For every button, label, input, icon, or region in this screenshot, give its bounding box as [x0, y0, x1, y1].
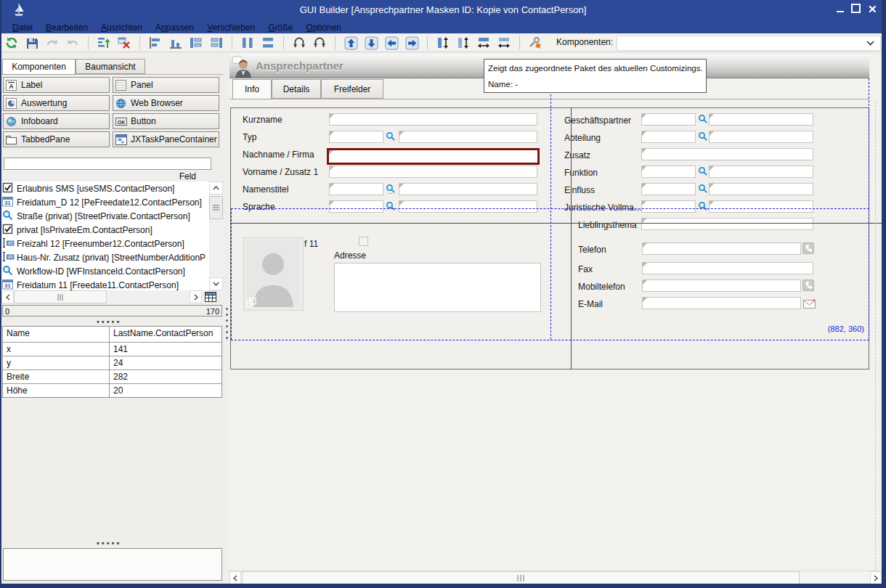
- tab-baumansicht[interactable]: Baumansicht: [76, 59, 145, 74]
- save-icon[interactable]: [25, 36, 39, 50]
- align-left-edges-icon[interactable]: [148, 36, 163, 50]
- menu-gre[interactable]: Größe: [261, 22, 299, 34]
- menu-verschieben[interactable]: Verschieben: [200, 22, 261, 34]
- component-button-infoboard[interactable]: Infoboard: [3, 113, 110, 129]
- splitter-handle[interactable]: [224, 308, 229, 339]
- field-list-item[interactable]: Erlaubnis SMS [useSMS.ContactPerson]: [0, 181, 223, 195]
- property-row[interactable]: Höhe20: [3, 383, 222, 397]
- text-field[interactable]: [329, 113, 537, 126]
- distribute-h-icon[interactable]: [240, 36, 255, 50]
- redo-icon[interactable]: [65, 36, 80, 50]
- scroll-left-button[interactable]: [1, 290, 14, 303]
- main-hscrollbar[interactable]: [229, 571, 882, 584]
- scroll-right-button[interactable]: [190, 290, 202, 303]
- text-field[interactable]: [642, 262, 813, 274]
- tab-freifelder[interactable]: Freifelder: [321, 79, 383, 99]
- combo-small-field[interactable]: [329, 131, 383, 143]
- combo-wide-field[interactable]: [709, 113, 813, 126]
- combo-small-field[interactable]: [641, 131, 696, 143]
- menu-anpassen[interactable]: Anpassen: [149, 22, 200, 34]
- menu-optionen[interactable]: Optionen: [299, 22, 348, 34]
- align-right-icon[interactable]: [209, 36, 224, 50]
- align-left-icon[interactable]: [189, 36, 203, 50]
- field-list-item[interactable]: abFreizahl 12 [Freenumber12.ContactPerso…: [0, 237, 223, 250]
- text-field[interactable]: [642, 279, 801, 292]
- close-button[interactable]: ✕: [868, 3, 877, 16]
- scrollbar-thumb[interactable]: [209, 196, 223, 219]
- property-row[interactable]: x141: [3, 342, 222, 356]
- lookup-icon[interactable]: [698, 201, 708, 211]
- property-row[interactable]: Breite282: [3, 369, 222, 383]
- field-list-item[interactable]: 31Freidatum 11 [Freedate11.ContactPerson…: [0, 278, 223, 290]
- minimize-button[interactable]: [835, 3, 847, 15]
- lookup-icon[interactable]: [386, 131, 396, 142]
- tab-details[interactable]: Details: [272, 79, 321, 99]
- component-button-button[interactable]: OKButton: [113, 113, 219, 129]
- tab-komponenten[interactable]: Komponenten: [2, 59, 76, 75]
- field-search-input[interactable]: [4, 158, 211, 170]
- component-button-panel[interactable]: Panel: [113, 77, 219, 93]
- resize-left-icon[interactable]: [476, 36, 491, 50]
- combo-wide-field[interactable]: [709, 200, 813, 213]
- scroll-up-button[interactable]: [209, 181, 223, 195]
- combo-wide-field[interactable]: [709, 131, 813, 143]
- field-list-item[interactable]: 31Freidatum_D 12 [PeFreedate12.ContactPe…: [0, 195, 223, 209]
- divider-handle[interactable]: •••••: [97, 317, 121, 326]
- tab-info[interactable]: Info: [232, 79, 272, 99]
- phone-button[interactable]: [802, 279, 814, 291]
- lookup-icon[interactable]: [698, 131, 708, 142]
- checkbox[interactable]: [359, 237, 368, 246]
- lookup-icon[interactable]: [698, 114, 708, 124]
- divider-handle-bottom[interactable]: •••••: [97, 539, 121, 547]
- email-icon[interactable]: [803, 298, 816, 308]
- component-button-webbrowser[interactable]: Web Browser: [113, 95, 219, 111]
- combo-wide-field[interactable]: [399, 183, 537, 195]
- address-textarea[interactable]: [334, 263, 541, 312]
- combo-wide-field[interactable]: [399, 200, 537, 213]
- combo-small-field[interactable]: [329, 200, 383, 213]
- distribute-v-icon[interactable]: [261, 36, 275, 50]
- menu-ausrichten[interactable]: Ausrichten: [94, 22, 149, 34]
- lookup-icon[interactable]: [698, 184, 708, 194]
- property-row[interactable]: NameLastName.ContactPerson: [3, 327, 222, 342]
- text-field[interactable]: [641, 148, 813, 160]
- main-scroll-left-button[interactable]: [229, 571, 241, 584]
- combo-wide-field[interactable]: [709, 166, 813, 178]
- combo-small-field[interactable]: [329, 183, 383, 195]
- component-button-tabbedpane[interactable]: TabbedPane: [3, 131, 110, 147]
- selected-field[interactable]: [327, 148, 540, 165]
- combo-small-field[interactable]: [641, 113, 696, 126]
- text-field[interactable]: [642, 242, 801, 255]
- combo-wide-field[interactable]: [709, 183, 813, 195]
- move-right-icon[interactable]: [405, 36, 419, 50]
- same-width-icon[interactable]: [292, 36, 306, 50]
- resize-bottom-icon[interactable]: [456, 36, 471, 50]
- refresh-icon[interactable]: [4, 36, 19, 50]
- component-button-label[interactable]: ALabel: [3, 77, 110, 93]
- hscrollbar-thumb[interactable]: [14, 290, 107, 303]
- main-hscrollbar-thumb[interactable]: [242, 571, 800, 584]
- text-field[interactable]: [329, 166, 537, 178]
- field-list-scrollbar[interactable]: [209, 181, 223, 290]
- scroll-down-button[interactable]: [209, 277, 223, 290]
- move-up-icon[interactable]: [344, 36, 358, 50]
- lookup-icon[interactable]: [386, 201, 396, 211]
- same-height-icon[interactable]: [312, 36, 327, 50]
- grid-icon[interactable]: [204, 291, 217, 303]
- component-button-jxtaskpanecontainer[interactable]: JXTaskPaneContainer: [113, 131, 219, 147]
- lookup-icon[interactable]: ...: [386, 184, 396, 194]
- field-list-item[interactable]: abHaus-Nr. Zusatz (privat) [StreetNumber…: [0, 250, 223, 264]
- component-button-auswertung[interactable]: Auswertung: [3, 95, 110, 111]
- undo-icon[interactable]: [45, 36, 60, 50]
- combo-small-field[interactable]: [641, 183, 696, 195]
- resize-top-icon[interactable]: [436, 36, 450, 50]
- order-icon[interactable]: [97, 36, 111, 50]
- maximize-button[interactable]: [851, 4, 861, 13]
- move-left-icon[interactable]: [384, 36, 399, 50]
- menu-datei[interactable]: Datei: [6, 22, 39, 34]
- field-list-item[interactable]: Workflow-ID [WFInstanceId.ContactPerson]: [0, 264, 223, 278]
- components-combo[interactable]: [617, 36, 881, 51]
- field-list-item[interactable]: Straße (privat) [StreetPrivate.ContactPe…: [0, 209, 223, 223]
- lookup-icon[interactable]: [698, 166, 708, 176]
- phone-button[interactable]: [802, 242, 814, 254]
